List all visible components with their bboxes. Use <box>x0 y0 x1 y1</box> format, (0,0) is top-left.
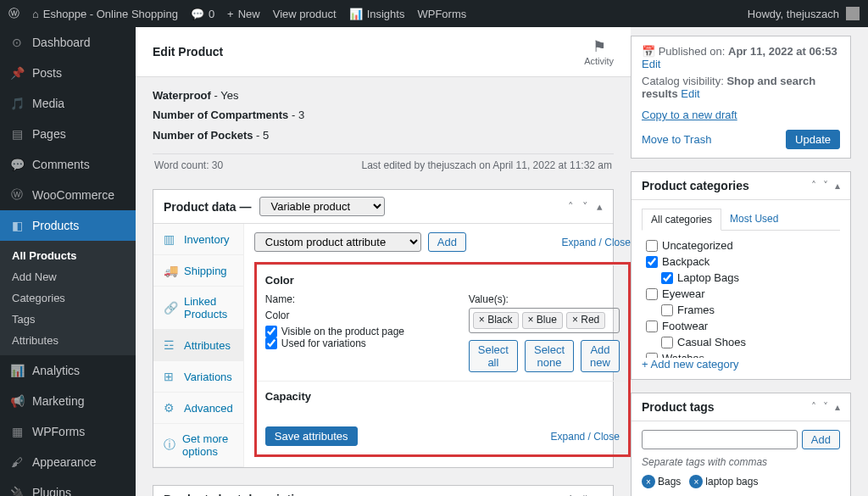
cat-watches[interactable]: Watches <box>646 350 836 358</box>
menu-posts[interactable]: 📌Posts <box>0 58 136 88</box>
tab-linked[interactable]: 🔗Linked Products <box>153 287 243 330</box>
submenu-attributes[interactable]: Attributes <box>0 330 136 351</box>
dashboard-icon: ⊙ <box>8 34 25 51</box>
cat-footwear[interactable]: Footwear <box>646 318 836 334</box>
copy-draft-link[interactable]: Copy to a new draft <box>642 109 737 121</box>
expand-close-link[interactable]: Expand / Close <box>562 237 631 248</box>
submenu-tags[interactable]: Tags <box>0 309 136 330</box>
tag-laptop-bags: ×laptop bags <box>689 475 758 488</box>
view-product-link[interactable]: View product <box>273 8 337 20</box>
remove-tag-icon[interactable]: × <box>689 475 703 488</box>
tags-title: Product tags <box>642 400 715 414</box>
expand-close-link-2[interactable]: Expand / Close <box>551 431 620 443</box>
all-categories-tab[interactable]: All categories <box>642 209 721 231</box>
chevron-down-icon[interactable]: ˅ <box>823 401 828 413</box>
cat-eyewear[interactable]: Eyewear <box>646 286 836 302</box>
page-title: Edit Product <box>153 45 223 59</box>
menu-woocommerce[interactable]: ⓦWooCommerce <box>0 180 136 210</box>
submenu-add-new[interactable]: Add New <box>0 266 136 287</box>
menu-dashboard[interactable]: ⊙Dashboard <box>0 27 136 58</box>
tab-variations[interactable]: ⊞Variations <box>153 361 243 393</box>
menu-analytics[interactable]: 📊Analytics <box>0 355 136 386</box>
new-link[interactable]: + New <box>227 8 260 20</box>
most-used-tab[interactable]: Most Used <box>721 209 787 230</box>
menu-marketing[interactable]: 📢Marketing <box>0 386 136 416</box>
edit-date-link[interactable]: Edit <box>642 58 660 70</box>
cat-uncategorized[interactable]: Uncategorized <box>646 237 836 254</box>
remove-tag-icon[interactable]: × <box>642 475 655 488</box>
product-type-select[interactable]: Variable product <box>259 197 385 216</box>
add-attribute-button[interactable]: Add <box>428 232 466 252</box>
tab-inventory[interactable]: ▥Inventory <box>153 224 243 255</box>
page-header: Edit Product ⚑Activity <box>136 27 631 77</box>
tab-advanced[interactable]: ⚙Advanced <box>153 393 243 424</box>
menu-wpforms[interactable]: ▦WPForms <box>0 416 136 447</box>
move-trash-link[interactable]: Move to Trash <box>642 133 711 146</box>
cat-backpack[interactable]: Backpack <box>646 254 836 270</box>
shipping-icon: 🚚 <box>164 264 177 277</box>
menu-products[interactable]: ◧Products <box>0 210 136 241</box>
activity-button[interactable]: ⚑Activity <box>584 37 614 66</box>
inventory-icon: ▥ <box>164 232 177 246</box>
tag-bags: ×Bags <box>642 475 681 488</box>
attr-name-value: Color <box>265 309 435 321</box>
capacity-attribute-section[interactable]: Capacity <box>257 381 628 418</box>
cat-casual-shoes[interactable]: Casual Shoes <box>661 334 836 350</box>
insights-link[interactable]: 📊 Insights <box>349 8 405 20</box>
chevron-up-icon[interactable]: ˄ <box>811 180 816 192</box>
chevron-up-icon[interactable]: ˄ <box>811 401 816 413</box>
menu-appearance[interactable]: 🖌Appearance <box>0 447 136 477</box>
chevron-down-icon[interactable]: ˅ <box>823 180 828 192</box>
wp-logo[interactable]: ⓦ <box>8 6 19 21</box>
wpforms-link[interactable]: WPForms <box>417 8 466 20</box>
menu-pages[interactable]: ▤Pages <box>0 119 136 149</box>
caret-toggle-icon[interactable]: ▴ <box>835 401 840 413</box>
edit-visibility-link[interactable]: Edit <box>681 87 699 100</box>
submenu-all-products[interactable]: All Products <box>0 245 136 266</box>
site-name[interactable]: ⌂ Eshoppe - Online Shopping <box>32 8 178 20</box>
category-list: Uncategorized Backpack Laptop Bags Eyewe… <box>642 231 840 358</box>
categories-title: Product categories <box>642 179 749 192</box>
tags-help-text: Separate tags with commas <box>642 456 840 468</box>
tag-red[interactable]: × Red <box>566 312 605 329</box>
cat-frames[interactable]: Frames <box>661 302 836 318</box>
attributes-panel: Custom product attribute Add Expand / Cl… <box>244 224 641 467</box>
menu-media[interactable]: 🎵Media <box>0 88 136 119</box>
gear-icon: ⚙ <box>164 401 177 415</box>
caret-toggle-icon[interactable]: ▴ <box>597 200 603 213</box>
save-attributes-button[interactable]: Save attributes <box>265 426 358 446</box>
categories-box: Product categories˄˅▴ All categories Mos… <box>631 171 851 380</box>
chevron-down-icon[interactable]: ˅ <box>582 200 588 213</box>
select-none-button[interactable]: Select none <box>525 340 574 372</box>
publish-box: 📅 Published on: Apr 11, 2022 at 06:53 Ed… <box>631 36 851 159</box>
caret-toggle-icon[interactable]: ▴ <box>835 180 840 192</box>
variations-checkbox[interactable]: Used for variations <box>265 337 435 349</box>
visible-checkbox[interactable]: Visible on the product page <box>265 326 435 337</box>
menu-comments[interactable]: 💬Comments <box>0 149 136 180</box>
link-icon: 🔗 <box>164 301 177 315</box>
wpforms-icon: ▦ <box>8 423 25 440</box>
tab-attributes[interactable]: ☲Attributes <box>153 330 243 361</box>
tag-input[interactable] <box>642 430 798 449</box>
comments-link[interactable]: 💬 0 <box>191 8 214 20</box>
add-tag-button[interactable]: Add <box>802 430 840 449</box>
menu-plugins[interactable]: 🔌Plugins <box>0 477 136 496</box>
tab-get-more[interactable]: ⓘGet more options <box>153 424 243 467</box>
attribute-values-input[interactable]: × Black × Blue × Red <box>469 308 620 333</box>
add-new-value-button[interactable]: Add new <box>581 340 620 372</box>
howdy-text[interactable]: Howdy, thejuszach <box>748 8 839 20</box>
product-meta: Waterproof - Yes Number of Compartments … <box>153 86 614 145</box>
tag-black[interactable]: × Black <box>473 312 519 329</box>
avatar[interactable] <box>846 7 860 20</box>
submenu-categories[interactable]: Categories <box>0 287 136 309</box>
chevron-up-icon[interactable]: ˄ <box>568 200 574 213</box>
cat-laptop-bags[interactable]: Laptop Bags <box>661 270 836 286</box>
short-description-box: Product short description ˄ ˅ ▴ 📷Add Med… <box>153 485 614 496</box>
select-all-button[interactable]: Select all <box>469 340 518 372</box>
attribute-type-select[interactable]: Custom product attribute <box>254 232 421 252</box>
tag-blue[interactable]: × Blue <box>522 312 563 329</box>
marketing-icon: 📢 <box>8 393 25 410</box>
tab-shipping[interactable]: 🚚Shipping <box>153 255 243 287</box>
add-new-category-link[interactable]: + Add new category <box>642 358 739 371</box>
update-button[interactable]: Update <box>786 130 840 149</box>
